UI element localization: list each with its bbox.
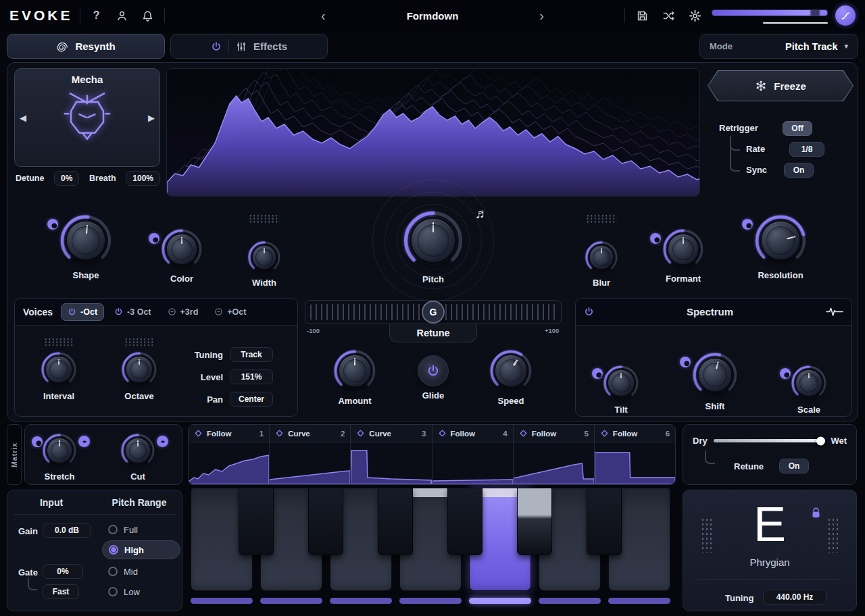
amount-knob[interactable] [334, 350, 376, 392]
settings-button[interactable] [685, 6, 704, 25]
help-button[interactable]: ? [87, 6, 106, 25]
voice-tab-plus-3rd[interactable]: +3rd [162, 304, 205, 320]
voice-tab-minus-3oct[interactable]: -3 Oct [108, 304, 157, 320]
radio-icon [108, 525, 118, 534]
output-level-meter[interactable] [712, 5, 828, 26]
retune-ruler[interactable]: G [305, 300, 562, 324]
matrix-slot-4[interactable]: Follow4 [432, 425, 513, 484]
color-knob[interactable] [162, 229, 202, 270]
spectrum-power-icon[interactable] [584, 307, 594, 317]
waveform-icon[interactable] [826, 307, 843, 317]
gate-value[interactable]: 0% [43, 564, 83, 579]
preset-name[interactable]: Formdown [407, 10, 459, 22]
freeze-button[interactable]: Freeze [708, 70, 854, 101]
key-black-1[interactable] [239, 488, 274, 555]
previous-preset-button[interactable]: ‹ [321, 9, 326, 22]
mode-selector[interactable]: Mode Pitch Track ▾ [699, 34, 858, 59]
key-black-3[interactable] [378, 488, 413, 555]
glide-button[interactable] [418, 355, 449, 386]
notifications-button[interactable] [139, 6, 157, 25]
matrix-slot-6[interactable]: Follow6 [594, 425, 675, 484]
level-value[interactable]: 151% [230, 369, 273, 384]
matrix-slot-5[interactable]: Follow5 [513, 425, 594, 484]
retrigger-value[interactable]: Off [783, 121, 812, 136]
mod-badge-icon[interactable] [742, 219, 753, 230]
key-black-4[interactable] [447, 488, 483, 555]
matrix-envelope-6[interactable] [595, 442, 675, 484]
slider-thumb[interactable] [816, 436, 825, 445]
formant-knob[interactable] [663, 229, 703, 270]
rate-value[interactable]: 1/8 [789, 142, 824, 157]
model-prev-button[interactable]: ◀ [20, 113, 26, 123]
snowflake-icon [755, 80, 767, 92]
tuning-value[interactable]: Track [230, 347, 273, 362]
spread-badge-icon[interactable]: ◂▸ [78, 436, 90, 447]
mod-badge-icon[interactable] [650, 233, 661, 244]
voice-tab-plus-oct[interactable]: +Oct [208, 304, 252, 320]
spread-badge-icon[interactable]: ◂▸ [157, 436, 168, 447]
matrix-envelope-2[interactable] [270, 442, 350, 484]
tab-resynth[interactable]: Resynth [7, 34, 165, 59]
detune-value[interactable]: 0% [54, 171, 79, 186]
voice-tab-minus-oct[interactable]: -Oct [61, 303, 104, 321]
soft-clip-button[interactable] [835, 5, 856, 26]
key-black-2[interactable] [308, 488, 343, 555]
interval-knob[interactable] [41, 352, 76, 387]
key-level-strip [330, 598, 392, 604]
matrix-envelope-4[interactable] [432, 442, 513, 484]
matrix-slot-2[interactable]: Curve2 [269, 425, 350, 484]
mod-badge-icon[interactable] [680, 357, 691, 367]
gate-speed-value[interactable]: Fast [43, 584, 79, 599]
gain-value[interactable]: 0.0 dB [43, 523, 91, 538]
tab-effects[interactable]: Effects [170, 34, 328, 59]
stretch-knob[interactable] [43, 434, 76, 467]
randomize-button[interactable] [659, 6, 678, 25]
matrix-envelope-3[interactable] [351, 442, 431, 484]
matrix-slot-3[interactable]: Curve3 [350, 425, 431, 484]
matrix-envelope-5[interactable] [514, 442, 594, 484]
key-black-5[interactable] [517, 488, 552, 555]
matrix-slot-1[interactable]: Follow1 [189, 425, 269, 484]
slot-number: 3 [422, 430, 426, 438]
model-next-button[interactable]: ▶ [148, 113, 155, 123]
shape-knob[interactable] [60, 215, 112, 266]
speed-knob[interactable] [490, 350, 532, 392]
width-knob[interactable] [248, 241, 280, 274]
next-preset-button[interactable]: › [539, 9, 544, 22]
volume-slider[interactable] [763, 22, 828, 24]
range-option-mid[interactable]: Mid [102, 562, 180, 581]
range-option-low[interactable]: Low [102, 582, 180, 601]
breath-value[interactable]: 100% [126, 171, 160, 186]
note-display-panel: E Phrygian Tuning 440.00 Hz [683, 490, 857, 611]
mod-badge-icon[interactable] [149, 233, 159, 244]
matrix-retune-value[interactable]: On [779, 459, 809, 473]
matrix-envelope-1[interactable] [189, 442, 269, 484]
resynth-model-card[interactable]: Mecha ◀ ▶ [14, 68, 160, 167]
retune-min-label: -100 [307, 327, 320, 334]
pan-value[interactable]: Center [230, 392, 273, 407]
dry-wet-slider[interactable] [714, 439, 825, 442]
resynth-panel: Mecha ◀ ▶ Detune 0% Breath 100% [7, 62, 858, 421]
bell-icon [141, 9, 154, 22]
octave-knob[interactable] [122, 352, 157, 387]
tilt-knob[interactable] [603, 365, 639, 401]
range-option-high[interactable]: High [102, 540, 180, 559]
pitch-knob[interactable] [403, 211, 463, 270]
sync-value[interactable]: On [784, 163, 814, 178]
tuning-ref-value[interactable]: 440.00 Hz [763, 590, 826, 605]
resolution-knob[interactable] [755, 215, 806, 266]
account-button[interactable] [113, 6, 132, 25]
shift-knob[interactable] [693, 353, 737, 397]
scale-knob-group: Scale [791, 365, 826, 415]
model-name: Mecha [72, 74, 103, 85]
scale-name[interactable]: Phrygian [683, 557, 856, 568]
save-button[interactable] [633, 6, 651, 25]
connector-line [28, 578, 37, 590]
range-option-full[interactable]: Full [102, 520, 180, 539]
cut-knob[interactable] [121, 434, 155, 467]
key-black-6[interactable] [587, 488, 622, 555]
scale-knob[interactable] [791, 365, 826, 401]
blur-knob[interactable] [585, 241, 618, 274]
connector-line [705, 451, 715, 464]
mod-badge-icon[interactable] [47, 219, 58, 230]
